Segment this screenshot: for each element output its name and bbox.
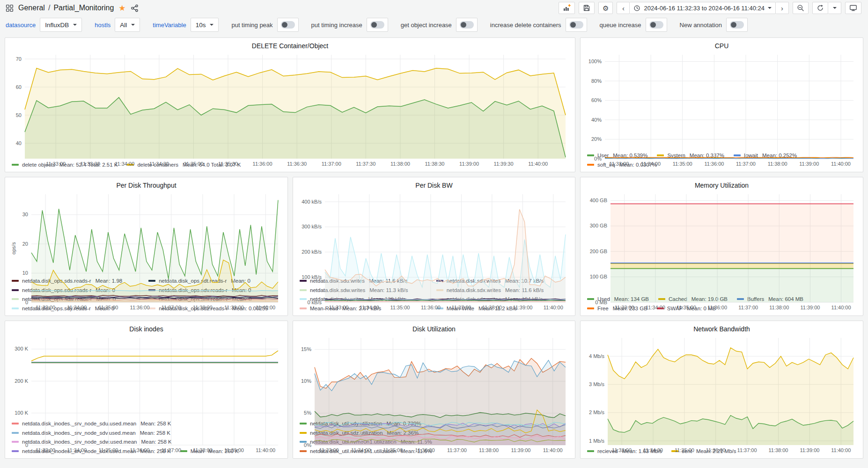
kiosk-mode-button[interactable] xyxy=(845,2,861,14)
svg-text:11:38:00: 11:38:00 xyxy=(193,305,213,310)
chart-per-disk-throughput[interactable]: 010203011:33:0011:34:0011:35:0011:36:001… xyxy=(10,190,283,275)
svg-text:15%: 15% xyxy=(301,346,311,352)
svg-text:11:40:00: 11:40:00 xyxy=(528,161,548,167)
svg-text:11:38:30: 11:38:30 xyxy=(425,161,444,167)
svg-text:200 kB/s: 200 kB/s xyxy=(302,249,322,255)
panel-memory-utilization: Memory Utilization 0 MB100 GB200 GB300 G… xyxy=(580,177,863,316)
toggle-get-object-increase: get object increase xyxy=(401,18,478,32)
svg-text:11:34:00: 11:34:00 xyxy=(643,447,663,453)
datasource-value: InfluxDB xyxy=(45,22,69,29)
chart-per-disk-bw[interactable]: 0 kB/s100 kB/s200 kB/s300 kB/s400 kB/s11… xyxy=(298,190,570,275)
variable-datasource: datasource InfluxDB xyxy=(6,18,82,32)
toggle-knob xyxy=(461,22,466,28)
svg-text:400 GB: 400 GB xyxy=(590,197,607,203)
svg-text:11:36:00: 11:36:00 xyxy=(421,305,441,310)
chart-disk-utilization[interactable]: 0%5%10%15%11:33:0011:34:0011:35:0011:36:… xyxy=(298,334,570,418)
panel-title[interactable]: DELETE Container/Object xyxy=(10,41,570,51)
refresh-button[interactable] xyxy=(812,2,828,14)
panel-title[interactable]: CPU xyxy=(585,41,858,51)
chart-svg: 1 Mb/s2 Mb/s3 Mb/s4 Mb/s11:33:0011:34:00… xyxy=(585,334,858,454)
svg-text:11:35:00: 11:35:00 xyxy=(383,447,403,453)
panel-network-bandwidth: Network Bandwidth 1 Mb/s2 Mb/s3 Mb/s4 Mb… xyxy=(580,321,863,459)
svg-text:11:36:00: 11:36:00 xyxy=(253,161,272,167)
svg-text:11:36:30: 11:36:30 xyxy=(287,161,307,167)
breadcrumb-dashboard[interactable]: Partial_Monitoring xyxy=(53,4,114,12)
add-panel-button[interactable] xyxy=(559,2,575,14)
svg-text:11:36:00: 11:36:00 xyxy=(707,305,727,310)
save-dashboard-button[interactable] xyxy=(579,2,595,14)
increase-delete-containers-toggle[interactable] xyxy=(566,18,587,32)
chart-svg: 0 kB/s100 kB/s200 kB/s300 kB/s400 kB/s11… xyxy=(298,190,570,312)
svg-text:11:39:00: 11:39:00 xyxy=(800,447,819,453)
svg-text:11:38:00: 11:38:00 xyxy=(479,447,499,453)
panel-title[interactable]: Per Disk Throughput xyxy=(10,180,283,190)
zoom-out-button[interactable] xyxy=(793,2,809,14)
datasource-select[interactable]: InfluxDB xyxy=(40,18,82,32)
svg-text:400 kB/s: 400 kB/s xyxy=(302,199,322,205)
svg-text:11:40:00: 11:40:00 xyxy=(256,305,275,310)
put-timing-increase-toggle[interactable] xyxy=(367,18,388,32)
caret-down-icon xyxy=(768,7,772,9)
dashboards-grid-icon[interactable] xyxy=(6,4,14,12)
chart-delete-container-object[interactable]: 4050607011:33:0011:33:3011:34:0011:34:30… xyxy=(10,51,570,159)
svg-text:11:34:00: 11:34:00 xyxy=(67,305,87,310)
new-annotation-toggle[interactable] xyxy=(726,18,748,32)
chart-network-bandwidth[interactable]: 1 Mb/s2 Mb/s3 Mb/s4 Mb/s11:33:0011:34:00… xyxy=(585,334,858,446)
svg-text:11:34:00: 11:34:00 xyxy=(115,161,134,167)
svg-text:11:40:00: 11:40:00 xyxy=(544,305,563,310)
toggle-new-annotation: New annotation xyxy=(680,18,748,32)
svg-text:11:40:00: 11:40:00 xyxy=(256,447,275,453)
svg-text:11:39:00: 11:39:00 xyxy=(800,305,820,310)
chart-memory-utilization[interactable]: 0 MB100 GB200 GB300 GB400 GB11:33:0011:3… xyxy=(585,190,858,293)
svg-text:11:34:00: 11:34:00 xyxy=(67,447,87,453)
panel-disk-utilization: Disk Utilization 0%5%10%15%11:33:0011:34… xyxy=(293,321,575,459)
dashboard-settings-button[interactable]: ⚙ xyxy=(598,2,613,14)
favorite-star-icon[interactable]: ★ xyxy=(118,4,125,12)
svg-text:11:37:00: 11:37:00 xyxy=(322,161,341,167)
svg-text:20%: 20% xyxy=(591,136,602,142)
chart-disk-inodes[interactable]: 0100 K200 K300 K11:33:0011:34:0011:35:00… xyxy=(10,334,283,418)
dashboard-grid: DELETE Container/Object 4050607011:33:00… xyxy=(0,37,868,463)
svg-text:11:36:00: 11:36:00 xyxy=(704,161,724,167)
time-range-picker-button[interactable]: 2024-06-16 11:32:33 to 2024-06-16 11:40:… xyxy=(630,2,776,14)
svg-text:11:37:00: 11:37:00 xyxy=(447,447,467,453)
svg-text:4 Mb/s: 4 Mb/s xyxy=(589,353,605,359)
timevariable-select[interactable]: 10s xyxy=(191,18,219,32)
chart-cpu[interactable]: 0%20%40%60%80%100%11:33:0011:34:0011:35:… xyxy=(585,51,858,150)
svg-text:11:34:00: 11:34:00 xyxy=(641,161,661,167)
time-range-back-button[interactable]: ‹ xyxy=(617,2,630,14)
svg-text:60: 60 xyxy=(16,84,22,90)
variable-timevariable: timeVariable 10s xyxy=(153,18,219,32)
toggle-label: put timing increase xyxy=(311,22,362,29)
queue-increase-toggle[interactable] xyxy=(646,18,667,32)
variable-label-timevariable: timeVariable xyxy=(153,22,186,29)
time-range-forward-button[interactable]: › xyxy=(776,2,789,14)
svg-text:ops/s: ops/s xyxy=(11,242,16,255)
svg-text:11:40:00: 11:40:00 xyxy=(543,447,563,453)
svg-text:11:37:00: 11:37:00 xyxy=(738,305,758,310)
put-timing-peak-toggle[interactable] xyxy=(277,18,299,32)
share-icon[interactable] xyxy=(131,4,139,12)
chart-svg: 0%5%10%15%11:33:0011:34:0011:35:0011:36:… xyxy=(298,334,570,454)
get-object-increase-toggle[interactable] xyxy=(456,18,478,32)
panel-title[interactable]: Network Bandwidth xyxy=(585,324,858,334)
panel-title[interactable]: Per Disk BW xyxy=(298,180,570,190)
svg-text:30: 30 xyxy=(22,212,28,217)
refresh-interval-dropdown[interactable] xyxy=(828,2,841,14)
svg-text:11:37:00: 11:37:00 xyxy=(162,447,181,453)
panel-title[interactable]: Memory Utilization xyxy=(585,180,858,190)
hostls-select[interactable]: All xyxy=(115,18,140,32)
breadcrumb-folder[interactable]: General xyxy=(18,4,45,12)
panel-delete-container-object: DELETE Container/Object 4050607011:33:00… xyxy=(5,37,575,172)
toggle-label: get object increase xyxy=(401,22,452,29)
svg-text:40: 40 xyxy=(16,140,22,146)
svg-text:11:40:00: 11:40:00 xyxy=(831,305,851,310)
svg-text:11:37:00: 11:37:00 xyxy=(737,447,757,453)
panel-title[interactable]: Disk Utilization xyxy=(298,324,570,334)
panel-title[interactable]: Disk inodes xyxy=(10,324,283,334)
timevariable-value: 10s xyxy=(196,22,206,29)
svg-text:11:38:00: 11:38:00 xyxy=(193,447,213,453)
caret-down-icon xyxy=(73,24,77,26)
chart-svg: 4050607011:33:0011:33:3011:34:0011:34:30… xyxy=(10,51,570,168)
toggle-track xyxy=(370,21,384,29)
